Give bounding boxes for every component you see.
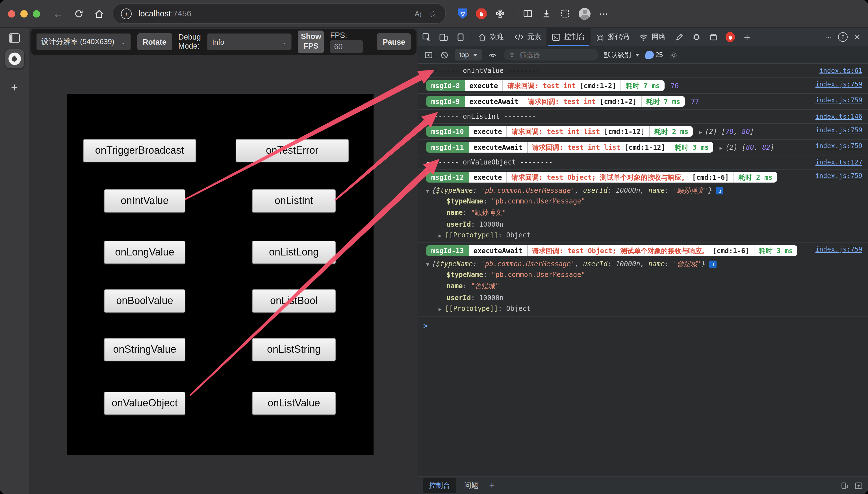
source-link[interactable]: index.js:759 xyxy=(815,126,862,134)
maximize-window-button[interactable] xyxy=(33,10,40,17)
filter-input[interactable] xyxy=(519,50,577,59)
more-icon[interactable]: ⋯ xyxy=(820,33,837,41)
source-link[interactable]: index.ts:127 xyxy=(815,158,862,166)
reload-icon[interactable] xyxy=(72,7,85,20)
console-text: userId xyxy=(583,187,608,194)
info-icon[interactable]: i xyxy=(716,187,724,194)
request-text: 请求回调: test Object; 测试单个对象的接收与响应。 xyxy=(512,173,688,181)
inspect-icon[interactable] xyxy=(418,28,435,46)
collapse-triangle-icon[interactable]: ▼ xyxy=(426,188,429,194)
expand-triangle-icon[interactable]: ▶ xyxy=(439,233,442,238)
info-icon[interactable]: i xyxy=(710,261,717,268)
rotate-button[interactable]: Rotate xyxy=(137,33,172,50)
expand-triangle-icon[interactable]: ▶ xyxy=(699,129,702,135)
dock-panel-icon[interactable] xyxy=(854,481,863,490)
web-capture-icon[interactable] xyxy=(560,8,570,19)
source-link[interactable]: index.js:759 xyxy=(815,245,862,253)
source-link[interactable]: index.js:759 xyxy=(815,96,862,104)
console-settings-gear-icon[interactable] xyxy=(669,51,679,59)
pause-button[interactable]: Pause xyxy=(377,33,411,50)
adblock-extension-icon[interactable] xyxy=(476,8,486,19)
collapse-triangle-icon[interactable]: ▼ xyxy=(426,262,429,267)
canvas-button-onStringValue[interactable]: onStringValue xyxy=(104,338,185,361)
request-section: 请求回调: test int list[cmd:1-12] xyxy=(507,126,649,137)
canvas-button-onTriggerBroadcast[interactable]: onTriggerBroadcast xyxy=(83,139,196,162)
help-icon[interactable]: ? xyxy=(838,32,848,42)
settings-more-icon[interactable]: ⋯ xyxy=(599,8,609,19)
profile-avatar[interactable] xyxy=(579,7,591,19)
console-text: : xyxy=(463,282,471,290)
console-filter[interactable] xyxy=(503,49,598,60)
source-link[interactable]: index.ts:61 xyxy=(819,67,862,75)
request-section: 请求回调: test int[cmd:1-2] xyxy=(523,96,641,107)
canvas-button-onListInt[interactable]: onListInt xyxy=(252,189,336,212)
source-link[interactable]: index.ts:146 xyxy=(815,113,862,120)
cmd-text: [cmd:1-6] xyxy=(713,247,749,254)
devtools-tab-源代码[interactable]: 源代码 xyxy=(590,28,634,46)
design-resolution-select[interactable]: 设计分辨率 (540X639) ⌄ xyxy=(36,33,131,50)
minimize-window-button[interactable] xyxy=(20,10,28,17)
msgid-badge: msgId-12 xyxy=(426,172,469,183)
close-devtools-icon[interactable]: × xyxy=(849,31,866,43)
tab-actions-icon[interactable] xyxy=(9,33,20,43)
canvas-button-onIntValue[interactable]: onIntValue xyxy=(104,189,185,212)
drawer-add-icon[interactable]: + xyxy=(489,480,495,491)
console-sidebar-icon[interactable] xyxy=(423,51,433,59)
console-prompt[interactable]: > xyxy=(418,317,868,330)
device-rotate-icon[interactable] xyxy=(840,481,849,490)
performance-icon[interactable] xyxy=(671,28,688,46)
extensions-puzzle-icon[interactable] xyxy=(495,8,505,19)
console-text: 10000n xyxy=(616,260,640,268)
debug-mode-select[interactable]: Info ⌄ xyxy=(207,33,292,50)
canvas-button-onTestError[interactable]: onTestError xyxy=(236,139,349,162)
home-icon[interactable] xyxy=(92,7,106,20)
header-text: -------- onValueObject -------- xyxy=(426,158,553,166)
devtools-tab-网络[interactable]: 网络 xyxy=(634,28,671,46)
canvas-button-onListLong[interactable]: onListLong xyxy=(252,241,336,264)
console-text: : xyxy=(471,220,479,228)
downloads-icon[interactable] xyxy=(541,8,552,19)
memory-icon[interactable] xyxy=(688,28,705,46)
devtools-tab-控制台[interactable]: 控制台 xyxy=(546,28,590,46)
new-tab-icon[interactable]: + xyxy=(11,81,18,93)
property-value: "pb.common.UserMessage" xyxy=(491,270,585,278)
expand-triangle-icon[interactable]: ▶ xyxy=(439,306,442,312)
add-tab-icon[interactable] xyxy=(738,28,755,46)
password-extension-icon[interactable]: ▽ xyxy=(458,8,467,19)
address-bar[interactable]: i localhost:7456 A) ☆ xyxy=(113,3,446,24)
favorite-star-icon[interactable]: ☆ xyxy=(429,8,437,19)
fps-input[interactable] xyxy=(330,40,363,53)
source-link[interactable]: index.js:759 xyxy=(815,172,862,180)
source-link[interactable]: index.js:759 xyxy=(815,142,862,150)
split-screen-icon[interactable] xyxy=(523,8,533,19)
adblock-icon[interactable] xyxy=(722,28,738,46)
devtools-tab-元素[interactable]: 元素 xyxy=(509,28,546,46)
device-toolbar-icon[interactable] xyxy=(435,28,452,46)
show-fps-button[interactable]: Show FPS xyxy=(298,31,324,53)
messages-counter[interactable]: 25 xyxy=(645,51,663,59)
active-tab-favicon[interactable] xyxy=(5,49,24,69)
log-level-select[interactable]: 默认级别 xyxy=(604,50,639,60)
drawer-tab-issues[interactable]: 问题 xyxy=(459,478,484,493)
expand-triangle-icon[interactable]: ▶ xyxy=(720,145,723,151)
canvas-button-onBoolValue[interactable]: onBoolValue xyxy=(104,289,185,312)
panel-icon[interactable] xyxy=(452,28,469,46)
application-icon[interactable] xyxy=(705,28,722,46)
tab-label: 元素 xyxy=(527,32,541,42)
canvas-button-onLongValue[interactable]: onLongValue xyxy=(104,241,185,264)
canvas-button-onListString[interactable]: onListString xyxy=(252,338,336,361)
source-link[interactable]: index.js:759 xyxy=(815,80,862,88)
back-icon[interactable]: ← xyxy=(52,7,65,20)
design-resolution-label: 设计分辨率 (540X639) xyxy=(41,37,114,47)
live-expression-eye-icon[interactable] xyxy=(487,50,498,59)
close-window-button[interactable] xyxy=(8,10,15,17)
execution-context-select[interactable]: top xyxy=(455,49,482,60)
devtools-tab-欢迎[interactable]: 欢迎 xyxy=(473,28,509,46)
canvas-button-onValueObject[interactable]: onValueObject xyxy=(104,392,185,415)
canvas-button-onListBool[interactable]: onListBool xyxy=(252,289,336,312)
canvas-button-onListValue[interactable]: onListValue xyxy=(252,392,336,415)
read-aloud-icon[interactable]: A) xyxy=(414,9,421,18)
clear-console-icon[interactable] xyxy=(439,51,449,59)
drawer-tab-console[interactable]: 控制台 xyxy=(423,478,456,493)
site-info-icon[interactable]: i xyxy=(121,8,132,19)
